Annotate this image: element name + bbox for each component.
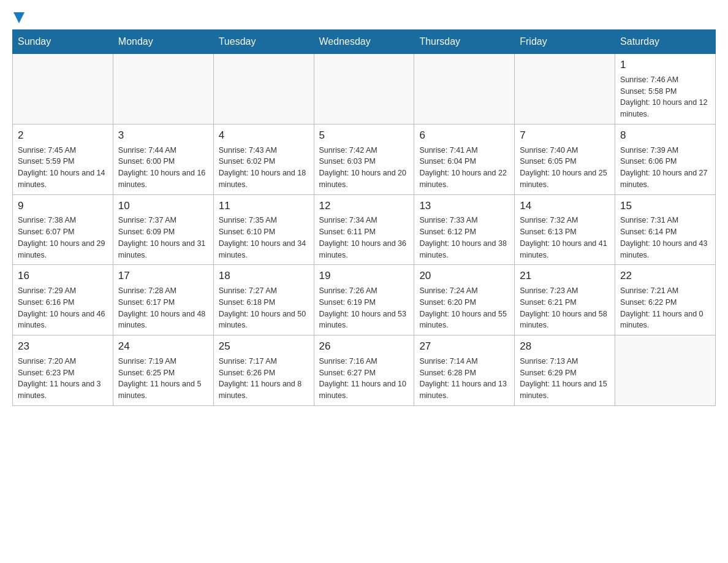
calendar-cell [314,54,414,124]
calendar-table: SundayMondayTuesdayWednesdayThursdayFrid… [12,29,716,406]
day-info: Sunrise: 7:16 AM Sunset: 6:27 PM Dayligh… [319,356,409,402]
day-info: Sunrise: 7:45 AM Sunset: 5:59 PM Dayligh… [18,145,108,191]
calendar-cell: 23Sunrise: 7:20 AM Sunset: 6:23 PM Dayli… [13,335,113,406]
day-number: 22 [620,269,710,283]
calendar-cell: 28Sunrise: 7:13 AM Sunset: 6:29 PM Dayli… [515,335,615,406]
calendar-cell [213,54,314,124]
calendar-cell [13,54,113,124]
day-info: Sunrise: 7:46 AM Sunset: 5:58 PM Dayligh… [620,74,710,120]
day-number: 6 [419,128,509,143]
day-number: 27 [419,339,509,354]
day-number: 16 [18,269,108,283]
day-info: Sunrise: 7:31 AM Sunset: 6:14 PM Dayligh… [620,215,710,261]
day-number: 14 [520,199,610,213]
day-info: Sunrise: 7:35 AM Sunset: 6:10 PM Dayligh… [219,215,309,261]
day-number: 24 [118,339,208,354]
day-number: 15 [620,199,710,213]
day-info: Sunrise: 7:43 AM Sunset: 6:02 PM Dayligh… [219,145,309,191]
day-number: 9 [18,199,108,213]
weekday-header-sunday: Sunday [13,30,113,54]
day-info: Sunrise: 7:13 AM Sunset: 6:29 PM Dayligh… [520,356,610,402]
weekday-header-thursday: Thursday [414,30,515,54]
day-info: Sunrise: 7:26 AM Sunset: 6:19 PM Dayligh… [319,285,409,331]
day-number: 7 [520,128,610,143]
calendar-cell: 19Sunrise: 7:26 AM Sunset: 6:19 PM Dayli… [314,265,414,335]
calendar-cell: 3Sunrise: 7:44 AM Sunset: 6:00 PM Daylig… [113,124,213,194]
day-info: Sunrise: 7:34 AM Sunset: 6:11 PM Dayligh… [319,215,409,261]
calendar-cell: 10Sunrise: 7:37 AM Sunset: 6:09 PM Dayli… [113,194,213,265]
day-number: 4 [219,128,309,143]
calendar-cell [113,54,213,124]
day-number: 19 [319,269,409,283]
day-number: 17 [118,269,208,283]
day-number: 13 [419,199,509,213]
calendar-cell: 21Sunrise: 7:23 AM Sunset: 6:21 PM Dayli… [515,265,615,335]
calendar-cell: 20Sunrise: 7:24 AM Sunset: 6:20 PM Dayli… [414,265,515,335]
day-info: Sunrise: 7:40 AM Sunset: 6:05 PM Dayligh… [520,145,610,191]
week-row-4: 16Sunrise: 7:29 AM Sunset: 6:16 PM Dayli… [13,265,716,335]
calendar-cell: 27Sunrise: 7:14 AM Sunset: 6:28 PM Dayli… [414,335,515,406]
day-info: Sunrise: 7:14 AM Sunset: 6:28 PM Dayligh… [419,356,509,402]
day-info: Sunrise: 7:23 AM Sunset: 6:21 PM Dayligh… [520,285,610,331]
day-info: Sunrise: 7:37 AM Sunset: 6:09 PM Dayligh… [118,215,208,261]
day-info: Sunrise: 7:33 AM Sunset: 6:12 PM Dayligh… [419,215,509,261]
day-info: Sunrise: 7:21 AM Sunset: 6:22 PM Dayligh… [620,285,710,331]
calendar-cell [515,54,615,124]
calendar-cell: 25Sunrise: 7:17 AM Sunset: 6:26 PM Dayli… [213,335,314,406]
day-info: Sunrise: 7:42 AM Sunset: 6:03 PM Dayligh… [319,145,409,191]
day-number: 3 [118,128,208,143]
calendar-cell: 14Sunrise: 7:32 AM Sunset: 6:13 PM Dayli… [515,194,615,265]
day-number: 23 [18,339,108,354]
week-row-1: 1Sunrise: 7:46 AM Sunset: 5:58 PM Daylig… [13,54,716,124]
calendar-cell [615,335,716,406]
weekday-header-row: SundayMondayTuesdayWednesdayThursdayFrid… [13,30,716,54]
calendar-cell: 26Sunrise: 7:16 AM Sunset: 6:27 PM Dayli… [314,335,414,406]
week-row-3: 9Sunrise: 7:38 AM Sunset: 6:07 PM Daylig… [13,194,716,265]
page-header [12,12,716,23]
day-number: 1 [620,58,710,72]
day-info: Sunrise: 7:38 AM Sunset: 6:07 PM Dayligh… [18,215,108,261]
day-info: Sunrise: 7:41 AM Sunset: 6:04 PM Dayligh… [419,145,509,191]
calendar-cell [414,54,515,124]
day-number: 2 [18,128,108,143]
day-info: Sunrise: 7:17 AM Sunset: 6:26 PM Dayligh… [219,356,309,402]
calendar-cell: 5Sunrise: 7:42 AM Sunset: 6:03 PM Daylig… [314,124,414,194]
day-info: Sunrise: 7:32 AM Sunset: 6:13 PM Dayligh… [520,215,610,261]
calendar-cell: 7Sunrise: 7:40 AM Sunset: 6:05 PM Daylig… [515,124,615,194]
day-number: 18 [219,269,309,283]
day-number: 20 [419,269,509,283]
day-info: Sunrise: 7:29 AM Sunset: 6:16 PM Dayligh… [18,285,108,331]
calendar-cell: 4Sunrise: 7:43 AM Sunset: 6:02 PM Daylig… [213,124,314,194]
week-row-5: 23Sunrise: 7:20 AM Sunset: 6:23 PM Dayli… [13,335,716,406]
calendar-cell: 17Sunrise: 7:28 AM Sunset: 6:17 PM Dayli… [113,265,213,335]
weekday-header-tuesday: Tuesday [213,30,314,54]
day-info: Sunrise: 7:27 AM Sunset: 6:18 PM Dayligh… [219,285,309,331]
day-info: Sunrise: 7:19 AM Sunset: 6:25 PM Dayligh… [118,356,208,402]
weekday-header-saturday: Saturday [615,30,716,54]
calendar-cell: 8Sunrise: 7:39 AM Sunset: 6:06 PM Daylig… [615,124,716,194]
logo-triangle-icon [13,12,25,23]
day-number: 26 [319,339,409,354]
calendar-cell: 9Sunrise: 7:38 AM Sunset: 6:07 PM Daylig… [13,194,113,265]
day-info: Sunrise: 7:39 AM Sunset: 6:06 PM Dayligh… [620,145,710,191]
day-info: Sunrise: 7:24 AM Sunset: 6:20 PM Dayligh… [419,285,509,331]
logo [12,12,25,23]
day-number: 12 [319,199,409,213]
calendar-cell: 13Sunrise: 7:33 AM Sunset: 6:12 PM Dayli… [414,194,515,265]
day-number: 10 [118,199,208,213]
day-info: Sunrise: 7:20 AM Sunset: 6:23 PM Dayligh… [18,356,108,402]
weekday-header-friday: Friday [515,30,615,54]
day-number: 28 [520,339,610,354]
day-number: 8 [620,128,710,143]
svg-marker-0 [13,12,25,23]
calendar-cell: 12Sunrise: 7:34 AM Sunset: 6:11 PM Dayli… [314,194,414,265]
calendar-cell: 6Sunrise: 7:41 AM Sunset: 6:04 PM Daylig… [414,124,515,194]
day-number: 25 [219,339,309,354]
day-number: 5 [319,128,409,143]
calendar-cell: 2Sunrise: 7:45 AM Sunset: 5:59 PM Daylig… [13,124,113,194]
day-number: 21 [520,269,610,283]
calendar-cell: 11Sunrise: 7:35 AM Sunset: 6:10 PM Dayli… [213,194,314,265]
calendar-cell: 22Sunrise: 7:21 AM Sunset: 6:22 PM Dayli… [615,265,716,335]
calendar-cell: 18Sunrise: 7:27 AM Sunset: 6:18 PM Dayli… [213,265,314,335]
weekday-header-monday: Monday [113,30,213,54]
